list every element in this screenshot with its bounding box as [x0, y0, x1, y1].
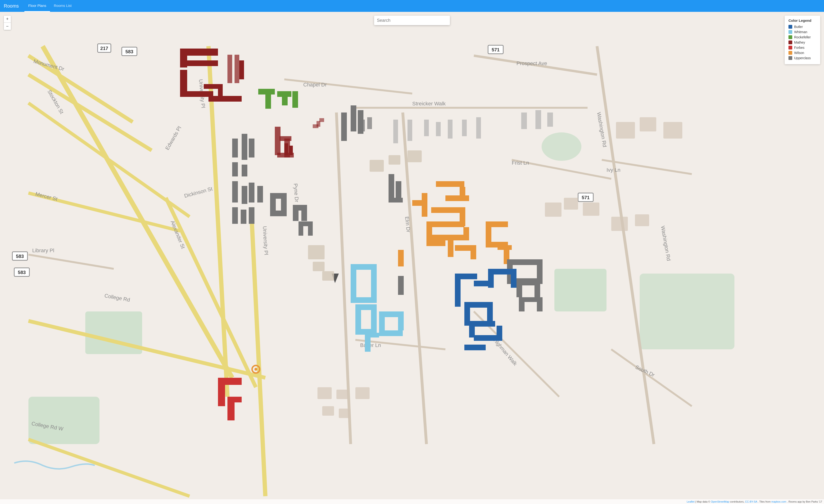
svg-rect-99 [281, 199, 287, 211]
search-bar[interactable] [374, 16, 412, 25]
svg-rect-83 [284, 143, 288, 155]
svg-rect-59 [12, 252, 27, 252]
tab-floor-plans[interactable]: Floor Plans [24, 0, 50, 12]
svg-rect-106 [308, 226, 313, 236]
svg-text:583: 583 [125, 49, 133, 54]
svg-rect-109 [319, 118, 324, 122]
zoom-controls: + − [4, 16, 11, 30]
svg-rect-74 [258, 89, 275, 95]
svg-rect-77 [282, 97, 288, 105]
svg-rect-84 [289, 146, 293, 155]
svg-rect-90 [232, 181, 238, 203]
svg-rect-96 [249, 207, 254, 224]
svg-rect-66 [180, 70, 187, 94]
svg-rect-104 [299, 222, 313, 226]
svg-rect-72 [234, 55, 239, 83]
svg-rect-136 [389, 198, 403, 203]
svg-rect-86 [242, 134, 247, 160]
svg-rect-111 [351, 105, 356, 131]
svg-rect-103 [301, 211, 307, 221]
map-container[interactable]: Monument Dr Stockton St University Pl Ed… [0, 12, 412, 252]
svg-rect-183 [393, 120, 398, 143]
svg-rect-64 [180, 48, 218, 56]
svg-rect-93 [257, 186, 263, 203]
tab-rooms-list[interactable]: Rooms List [50, 0, 75, 12]
svg-rect-89 [242, 165, 247, 176]
svg-rect-71 [227, 55, 232, 83]
svg-rect-97 [270, 193, 287, 199]
svg-rect-184 [408, 120, 412, 141]
svg-rect-88 [232, 162, 238, 176]
svg-rect-94 [232, 207, 238, 224]
svg-rect-105 [299, 226, 303, 236]
svg-rect-98 [270, 199, 276, 211]
svg-rect-76 [277, 91, 291, 97]
svg-rect-181 [360, 120, 365, 131]
svg-rect-95 [241, 210, 246, 224]
svg-rect-197 [389, 155, 400, 165]
app-title: Rooms [4, 3, 19, 9]
svg-rect-134 [389, 174, 394, 198]
map-svg: Monument Dr Stockton St University Pl Ed… [0, 12, 412, 252]
svg-text:Chapel Dr: Chapel Dr [303, 82, 327, 88]
svg-rect-73 [239, 60, 244, 79]
svg-rect-101 [293, 205, 307, 211]
svg-rect-102 [293, 211, 299, 221]
svg-rect-87 [249, 139, 254, 157]
zoom-out-button[interactable]: − [4, 23, 11, 30]
svg-rect-110 [341, 113, 347, 141]
svg-rect-67 [180, 91, 213, 97]
svg-rect-70 [208, 96, 242, 102]
svg-rect-193 [308, 245, 325, 252]
svg-rect-78 [292, 91, 298, 108]
svg-rect-91 [242, 186, 247, 204]
svg-rect-182 [367, 117, 372, 129]
search-input[interactable] [377, 18, 412, 23]
header: Rooms Floor Plans Rooms List [0, 0, 412, 12]
zoom-in-button[interactable]: + [4, 16, 11, 23]
svg-text:Library Pl: Library Pl [32, 248, 54, 252]
svg-rect-198 [408, 150, 412, 162]
svg-rect-92 [249, 182, 254, 203]
svg-rect-133 [398, 250, 404, 252]
svg-rect-100 [270, 211, 287, 216]
svg-rect-196 [370, 160, 384, 172]
svg-text:217: 217 [100, 46, 108, 51]
svg-rect-85 [232, 139, 238, 157]
svg-rect-75 [265, 95, 271, 109]
svg-rect-135 [396, 181, 401, 198]
svg-rect-65 [180, 60, 218, 66]
